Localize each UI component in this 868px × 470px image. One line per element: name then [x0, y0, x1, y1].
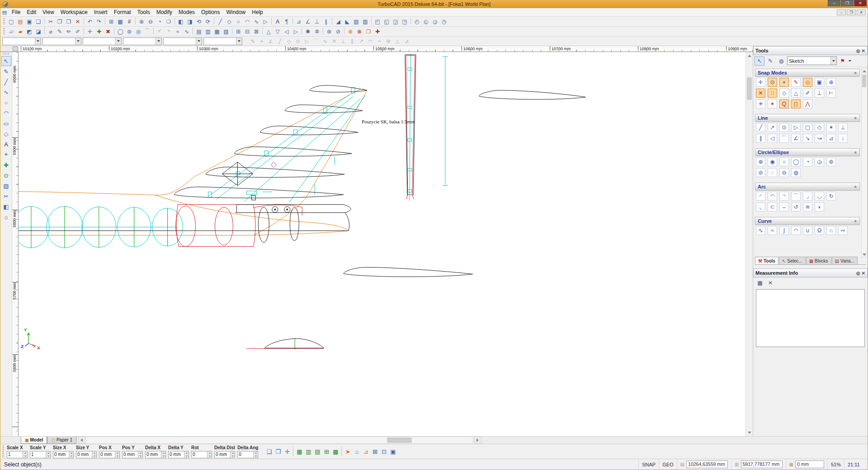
snap-mode-icon[interactable]: ⊢	[826, 89, 836, 98]
snap-mode-icon[interactable]: △	[791, 89, 801, 98]
toolbar-icon[interactable]: ◁	[282, 28, 291, 36]
toolbar-icon[interactable]: ▷	[291, 28, 300, 36]
toolbar-icon[interactable]: ◲	[391, 18, 400, 26]
toolbar-icon[interactable]: ▦	[212, 28, 222, 36]
property-icon[interactable]: ∥	[348, 38, 357, 45]
drawing-tool-icon[interactable]: ✚	[1, 160, 11, 170]
toolbar-icon[interactable]: △	[264, 28, 273, 36]
scroll-down-button[interactable]	[746, 429, 753, 436]
property-icon[interactable]: ∠	[266, 38, 275, 45]
toolbar-icon[interactable]: ❐	[55, 18, 64, 26]
palette-tab[interactable]: ▦ Blocks	[806, 257, 831, 264]
line-tool-icon[interactable]: ∠	[791, 134, 801, 143]
menu-item[interactable]: Options	[198, 9, 223, 15]
line-tool-icon[interactable]: ↝	[815, 134, 824, 143]
toolbar-icon[interactable]: ⊞	[107, 18, 116, 26]
toolbar-icon[interactable]: ∥	[321, 18, 330, 26]
toolbar-icon[interactable]: ⌀	[46, 28, 55, 36]
spinner[interactable]	[207, 451, 212, 458]
spinner[interactable]	[138, 451, 142, 458]
circle-tool-icon[interactable]: ◶	[815, 157, 824, 166]
toolbar-icon[interactable]: ○	[234, 18, 243, 26]
toolbar-icon[interactable]: ⊕	[346, 28, 355, 36]
chevron-down-icon[interactable]	[849, 60, 851, 62]
toolbar-grip[interactable]	[3, 53, 10, 55]
toolbar-icon[interactable]: ▽	[273, 28, 282, 36]
scroll-up-button[interactable]	[746, 52, 753, 59]
pencil-icon[interactable]: ✎	[765, 56, 775, 66]
drawing-tool-icon[interactable]: ○	[1, 98, 11, 108]
menu-item[interactable]: Help	[249, 9, 266, 15]
scroll-down-button[interactable]	[862, 252, 867, 257]
close-button[interactable]: ✕	[854, 0, 867, 6]
toolbar-icon[interactable]: ❍	[164, 18, 173, 26]
minimize-button[interactable]: –	[828, 0, 840, 6]
toolbar-icon[interactable]: ◯	[116, 28, 125, 36]
toolbar-grip[interactable]	[3, 18, 5, 25]
chevron-down-icon[interactable]	[115, 38, 121, 45]
palette-header-icon[interactable]: ◎	[856, 271, 860, 276]
arc-tool-icon[interactable]: ◠	[768, 192, 777, 201]
drawing-tool-icon[interactable]: ↖	[1, 56, 11, 66]
toolbar-icon[interactable]: ¶	[282, 18, 291, 26]
snap-mode-icon[interactable]: ⌖	[779, 78, 789, 87]
toolbar-icon[interactable]: A	[273, 18, 282, 26]
arc-tool-icon[interactable]: ◝	[779, 192, 789, 201]
horizontal-scrollbar[interactable]	[85, 437, 472, 444]
toolbar-icon[interactable]: ✚	[94, 28, 104, 36]
toolbar-icon[interactable]: ✐	[73, 28, 82, 36]
inspector-field-input[interactable]: 0 mm	[53, 451, 74, 458]
arc-tool-icon[interactable]: ⌒	[791, 192, 801, 201]
curve-tool-icon[interactable]: ∫	[779, 226, 789, 235]
palette-tab[interactable]: ⚒ Tools	[755, 257, 778, 264]
inspector-icon[interactable]: ⊿	[361, 447, 370, 456]
inspector-field-input[interactable]: 0 mm	[168, 451, 189, 458]
toolbar-icon[interactable]: ◧	[176, 18, 185, 26]
circle-tool-icon[interactable]: ⊖	[779, 168, 789, 177]
coordinate-y-field[interactable]: 5917,778177 mm	[741, 461, 783, 468]
arc-tool-icon[interactable]: ≋	[803, 202, 812, 212]
inspector-field-input[interactable]: 0	[191, 451, 212, 458]
property-icon[interactable]: ◇	[284, 38, 293, 45]
toolbar-icon[interactable]: ⊕	[137, 18, 146, 26]
spinner[interactable]	[115, 451, 119, 458]
drawing-tool-icon[interactable]: ✎	[1, 66, 11, 76]
inspector-field-input[interactable]: 0 mm	[214, 451, 235, 458]
arc-tool-icon[interactable]: ↺	[791, 202, 801, 212]
toolbar-icon[interactable]: ❒	[64, 18, 73, 26]
toolbar-icon[interactable]: ❒	[364, 28, 373, 36]
property-combo[interactable]	[42, 38, 81, 45]
menu-item[interactable]: Format	[111, 9, 134, 15]
scrollbar-thumb[interactable]	[862, 75, 866, 87]
line-tool-icon[interactable]: ◁	[768, 134, 777, 143]
property-combo[interactable]	[203, 38, 242, 45]
toolbar-icon[interactable]: ⊗	[355, 28, 364, 36]
toolbar-icon[interactable]: ◶	[430, 18, 439, 26]
drawing-tool-icon[interactable]: ⊙	[1, 170, 11, 180]
property-icon[interactable]: ⊿	[402, 38, 411, 45]
curve-tool-icon[interactable]: ∾	[838, 226, 848, 235]
measurement-toolbar-icon[interactable]: ✕	[766, 279, 775, 287]
toolbar-icon[interactable]: ╱	[216, 18, 225, 26]
arc-tool-icon[interactable]: ◗	[815, 202, 824, 212]
toolbar-icon[interactable]: ❑	[34, 18, 43, 26]
toolbar-icon[interactable]: ◱	[382, 18, 391, 26]
curve-tool-icon[interactable]: ∩	[826, 226, 836, 235]
toolbar-grip[interactable]	[3, 28, 5, 35]
line-tool-icon[interactable]: ▷	[791, 123, 801, 132]
menu-item[interactable]: Modify	[153, 9, 175, 15]
snap-mode-icon[interactable]: ✕	[756, 89, 765, 98]
toolbar-icon[interactable]: ✖	[104, 28, 113, 36]
toolbar-icon[interactable]: ≈	[173, 28, 182, 36]
menu-item[interactable]: Edit	[24, 9, 39, 15]
sheet-tab[interactable]: ▦ Model	[21, 437, 47, 444]
toolbar-icon[interactable]: ▷	[261, 18, 270, 26]
snap-mode-icon[interactable]: ◇	[779, 89, 789, 98]
toolbar-icon[interactable]: ▤	[16, 18, 25, 26]
toolbar-icon[interactable]: ⊛	[325, 28, 334, 36]
inspector-field-input[interactable]: 0	[237, 451, 258, 458]
drawing-tool-icon[interactable]: ╱	[1, 77, 11, 87]
title-bar[interactable]: TurboCAD 2015 Deluxe 64-bit - [Foka1 Wor…	[0, 0, 868, 8]
measurement-list[interactable]	[756, 289, 865, 347]
property-icon[interactable]: ▷	[302, 38, 311, 45]
